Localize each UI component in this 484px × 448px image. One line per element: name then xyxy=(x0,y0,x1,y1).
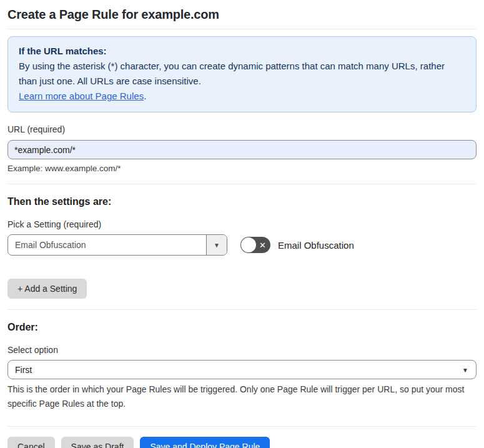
setting-select-value: Email Obfuscation xyxy=(8,235,206,255)
page-title: Create a Page Rule for example.com xyxy=(7,6,477,22)
chevron-down-icon: ▼ xyxy=(214,242,220,249)
setting-select-arrow-button[interactable]: ▼ xyxy=(206,235,227,255)
url-section-divider xyxy=(7,184,477,184)
link-period: . xyxy=(144,91,146,101)
setting-row: Email Obfuscation ▼ ✕ Email Obfuscation xyxy=(7,234,477,256)
toggle-label: Email Obfuscation xyxy=(278,240,354,251)
url-example-helper: Example: www.example.com/* xyxy=(7,164,477,173)
save-as-draft-button[interactable]: Save as Draft xyxy=(61,437,134,448)
learn-more-link[interactable]: Learn more about Page Rules xyxy=(19,91,144,101)
add-setting-button[interactable]: + Add a Setting xyxy=(7,279,87,299)
page-rule-form: Create a Page Rule for example.com If th… xyxy=(0,0,484,448)
order-select[interactable]: First ▼ xyxy=(7,360,477,379)
url-match-info-box: If the URL matches: By using the asteris… xyxy=(7,36,477,112)
info-box-body: By using the asterisk (*) character, you… xyxy=(19,59,465,89)
info-box-link-line: Learn more about Page Rules. xyxy=(19,89,465,104)
order-helper-text: This is the order in which your Page Rul… xyxy=(7,382,477,411)
setting-select[interactable]: Email Obfuscation ▼ xyxy=(7,234,227,256)
info-box-heading: If the URL matches: xyxy=(19,44,465,59)
save-and-deploy-button[interactable]: Save and Deploy Page Rule xyxy=(140,437,270,448)
chevron-down-icon: ▼ xyxy=(462,366,468,373)
email-obfuscation-toggle-group: ✕ Email Obfuscation xyxy=(240,237,354,253)
settings-section-divider xyxy=(7,309,477,310)
email-obfuscation-toggle[interactable]: ✕ xyxy=(240,237,270,253)
footer-actions: Cancel Save as Draft Save and Deploy Pag… xyxy=(7,437,477,448)
title-divider xyxy=(7,29,477,29)
order-section-heading: Order: xyxy=(7,322,477,333)
url-field-label: URL (required) xyxy=(7,124,477,134)
info-box-body-text: By using the asterisk (*) character, you… xyxy=(19,61,445,86)
toggle-off-x-icon: ✕ xyxy=(259,241,266,249)
settings-section-heading: Then the settings are: xyxy=(7,196,477,207)
url-input[interactable] xyxy=(7,140,477,159)
pick-setting-label: Pick a Setting (required) xyxy=(7,219,477,229)
toggle-knob xyxy=(241,237,256,252)
order-select-label: Select option xyxy=(7,345,477,355)
cancel-button[interactable]: Cancel xyxy=(7,437,55,448)
order-select-value: First xyxy=(15,365,32,375)
footer-divider xyxy=(7,426,477,427)
